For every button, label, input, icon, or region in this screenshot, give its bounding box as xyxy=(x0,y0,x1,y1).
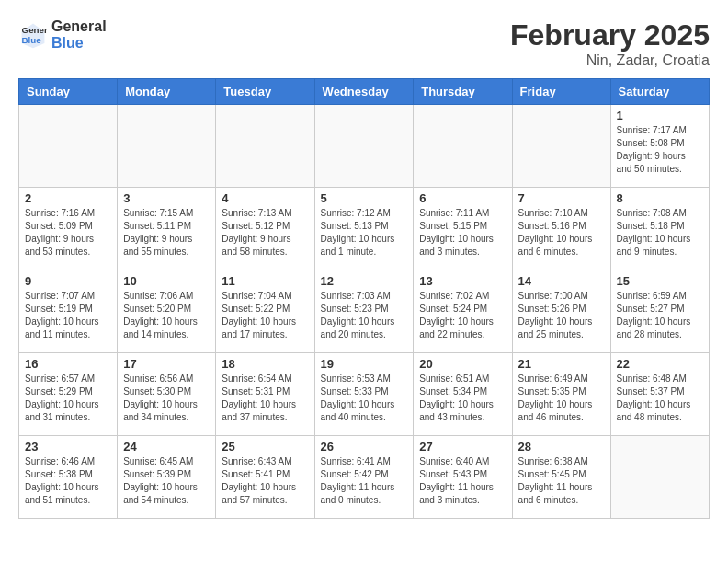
day-number: 1 xyxy=(617,109,703,122)
calendar-cell: 10Sunrise: 7:06 AM Sunset: 5:20 PM Dayli… xyxy=(118,270,216,353)
svg-text:Blue: Blue xyxy=(22,34,42,44)
day-number: 10 xyxy=(123,274,210,288)
logo-icon: General Blue xyxy=(18,20,48,50)
day-info: Sunrise: 6:49 AM Sunset: 5:35 PM Dayligh… xyxy=(518,373,605,424)
day-number: 24 xyxy=(123,440,210,454)
day-info: Sunrise: 6:56 AM Sunset: 5:30 PM Dayligh… xyxy=(123,373,210,424)
day-info: Sunrise: 7:02 AM Sunset: 5:24 PM Dayligh… xyxy=(419,290,506,341)
calendar-cell: 9Sunrise: 7:07 AM Sunset: 5:19 PM Daylig… xyxy=(19,270,118,353)
calendar-cell: 2Sunrise: 7:16 AM Sunset: 5:09 PM Daylig… xyxy=(19,188,118,270)
calendar-cell: 20Sunrise: 6:51 AM Sunset: 5:34 PM Dayli… xyxy=(414,353,512,436)
day-number: 27 xyxy=(419,440,506,454)
day-info: Sunrise: 7:03 AM Sunset: 5:23 PM Dayligh… xyxy=(321,290,408,341)
day-info: Sunrise: 6:57 AM Sunset: 5:29 PM Dayligh… xyxy=(25,373,111,424)
day-number: 9 xyxy=(25,274,111,288)
calendar-cell: 23Sunrise: 6:46 AM Sunset: 5:38 PM Dayli… xyxy=(19,436,118,519)
calendar-cell: 22Sunrise: 6:48 AM Sunset: 5:37 PM Dayli… xyxy=(610,353,709,436)
day-info: Sunrise: 6:41 AM Sunset: 5:42 PM Dayligh… xyxy=(321,455,408,507)
day-number: 16 xyxy=(25,357,111,371)
day-info: Sunrise: 6:45 AM Sunset: 5:39 PM Dayligh… xyxy=(123,455,210,507)
logo-blue: Blue xyxy=(51,35,84,51)
day-info: Sunrise: 6:38 AM Sunset: 5:45 PM Dayligh… xyxy=(518,455,605,507)
day-number: 7 xyxy=(518,191,605,205)
day-number: 17 xyxy=(123,357,210,371)
calendar-cell xyxy=(314,105,414,188)
calendar-week-row: 1Sunrise: 7:17 AM Sunset: 5:08 PM Daylig… xyxy=(19,105,710,188)
calendar-cell: 5Sunrise: 7:12 AM Sunset: 5:13 PM Daylig… xyxy=(314,188,414,270)
calendar-cell: 7Sunrise: 7:10 AM Sunset: 5:16 PM Daylig… xyxy=(512,188,610,270)
calendar-week-row: 16Sunrise: 6:57 AM Sunset: 5:29 PM Dayli… xyxy=(19,353,710,436)
calendar-cell: 4Sunrise: 7:13 AM Sunset: 5:12 PM Daylig… xyxy=(216,188,314,270)
day-info: Sunrise: 7:00 AM Sunset: 5:26 PM Dayligh… xyxy=(518,290,605,341)
calendar-cell xyxy=(216,105,314,188)
calendar-cell: 1Sunrise: 7:17 AM Sunset: 5:08 PM Daylig… xyxy=(610,105,709,188)
calendar-cell: 28Sunrise: 6:38 AM Sunset: 5:45 PM Dayli… xyxy=(512,436,610,519)
calendar-title: February 2025 xyxy=(510,18,710,52)
calendar-cell: 3Sunrise: 7:15 AM Sunset: 5:11 PM Daylig… xyxy=(118,188,216,270)
day-number: 23 xyxy=(25,440,111,454)
calendar-cell: 17Sunrise: 6:56 AM Sunset: 5:30 PM Dayli… xyxy=(118,353,216,436)
calendar-cell: 27Sunrise: 6:40 AM Sunset: 5:43 PM Dayli… xyxy=(414,436,512,519)
day-info: Sunrise: 7:13 AM Sunset: 5:12 PM Dayligh… xyxy=(222,207,308,259)
day-number: 25 xyxy=(222,440,308,454)
day-number: 11 xyxy=(222,274,308,288)
day-number: 18 xyxy=(222,357,308,371)
calendar-cell: 6Sunrise: 7:11 AM Sunset: 5:15 PM Daylig… xyxy=(414,188,512,270)
calendar-cell xyxy=(512,105,610,188)
day-number: 3 xyxy=(123,191,210,205)
calendar-cell xyxy=(118,105,216,188)
day-number: 6 xyxy=(419,191,506,205)
day-info: Sunrise: 7:15 AM Sunset: 5:11 PM Dayligh… xyxy=(123,207,210,259)
calendar-header-row: SundayMondayTuesdayWednesdayThursdayFrid… xyxy=(19,79,710,105)
day-info: Sunrise: 6:59 AM Sunset: 5:27 PM Dayligh… xyxy=(617,290,703,341)
calendar-cell: 21Sunrise: 6:49 AM Sunset: 5:35 PM Dayli… xyxy=(512,353,610,436)
day-info: Sunrise: 7:17 AM Sunset: 5:08 PM Dayligh… xyxy=(617,124,703,176)
calendar-header: February 2025 Nin, Zadar, Croatia xyxy=(510,18,710,69)
day-info: Sunrise: 6:43 AM Sunset: 5:41 PM Dayligh… xyxy=(222,455,308,507)
calendar-cell: 24Sunrise: 6:45 AM Sunset: 5:39 PM Dayli… xyxy=(118,436,216,519)
calendar-cell xyxy=(414,105,512,188)
weekday-header: Monday xyxy=(118,79,216,105)
day-number: 26 xyxy=(321,440,408,454)
calendar-cell: 18Sunrise: 6:54 AM Sunset: 5:31 PM Dayli… xyxy=(216,353,314,436)
day-number: 19 xyxy=(321,357,408,371)
day-number: 12 xyxy=(321,274,408,288)
calendar-cell xyxy=(610,436,709,519)
calendar-cell: 16Sunrise: 6:57 AM Sunset: 5:29 PM Dayli… xyxy=(19,353,118,436)
day-info: Sunrise: 6:54 AM Sunset: 5:31 PM Dayligh… xyxy=(222,373,308,424)
day-number: 14 xyxy=(518,274,605,288)
calendar-cell: 25Sunrise: 6:43 AM Sunset: 5:41 PM Dayli… xyxy=(216,436,314,519)
calendar-cell: 11Sunrise: 7:04 AM Sunset: 5:22 PM Dayli… xyxy=(216,270,314,353)
calendar-table: SundayMondayTuesdayWednesdayThursdayFrid… xyxy=(18,78,710,519)
logo: General Blue General Blue xyxy=(18,18,107,51)
day-number: 2 xyxy=(25,191,111,205)
calendar-cell: 12Sunrise: 7:03 AM Sunset: 5:23 PM Dayli… xyxy=(314,270,414,353)
page-header: General Blue General Blue February 2025 … xyxy=(18,18,710,69)
day-info: Sunrise: 6:51 AM Sunset: 5:34 PM Dayligh… xyxy=(419,373,506,424)
day-info: Sunrise: 6:48 AM Sunset: 5:37 PM Dayligh… xyxy=(617,373,703,424)
logo-general: General xyxy=(51,18,107,34)
calendar-week-row: 9Sunrise: 7:07 AM Sunset: 5:19 PM Daylig… xyxy=(19,270,710,353)
day-info: Sunrise: 7:04 AM Sunset: 5:22 PM Dayligh… xyxy=(222,290,308,341)
calendar-cell: 15Sunrise: 6:59 AM Sunset: 5:27 PM Dayli… xyxy=(610,270,709,353)
day-number: 13 xyxy=(419,274,506,288)
weekday-header: Thursday xyxy=(414,79,512,105)
day-info: Sunrise: 7:10 AM Sunset: 5:16 PM Dayligh… xyxy=(518,207,605,259)
day-info: Sunrise: 7:06 AM Sunset: 5:20 PM Dayligh… xyxy=(123,290,210,341)
day-number: 20 xyxy=(419,357,506,371)
calendar-cell xyxy=(19,105,118,188)
calendar-cell: 19Sunrise: 6:53 AM Sunset: 5:33 PM Dayli… xyxy=(314,353,414,436)
calendar-week-row: 2Sunrise: 7:16 AM Sunset: 5:09 PM Daylig… xyxy=(19,188,710,270)
day-info: Sunrise: 6:46 AM Sunset: 5:38 PM Dayligh… xyxy=(25,455,111,507)
calendar-cell: 13Sunrise: 7:02 AM Sunset: 5:24 PM Dayli… xyxy=(414,270,512,353)
calendar-week-row: 23Sunrise: 6:46 AM Sunset: 5:38 PM Dayli… xyxy=(19,436,710,519)
day-number: 28 xyxy=(518,440,605,454)
weekday-header: Saturday xyxy=(610,79,709,105)
weekday-header: Friday xyxy=(512,79,610,105)
day-number: 8 xyxy=(617,191,703,205)
weekday-header: Wednesday xyxy=(314,79,414,105)
day-info: Sunrise: 7:12 AM Sunset: 5:13 PM Dayligh… xyxy=(321,207,408,259)
day-info: Sunrise: 7:08 AM Sunset: 5:18 PM Dayligh… xyxy=(617,207,703,259)
day-number: 5 xyxy=(321,191,408,205)
calendar-cell: 14Sunrise: 7:00 AM Sunset: 5:26 PM Dayli… xyxy=(512,270,610,353)
